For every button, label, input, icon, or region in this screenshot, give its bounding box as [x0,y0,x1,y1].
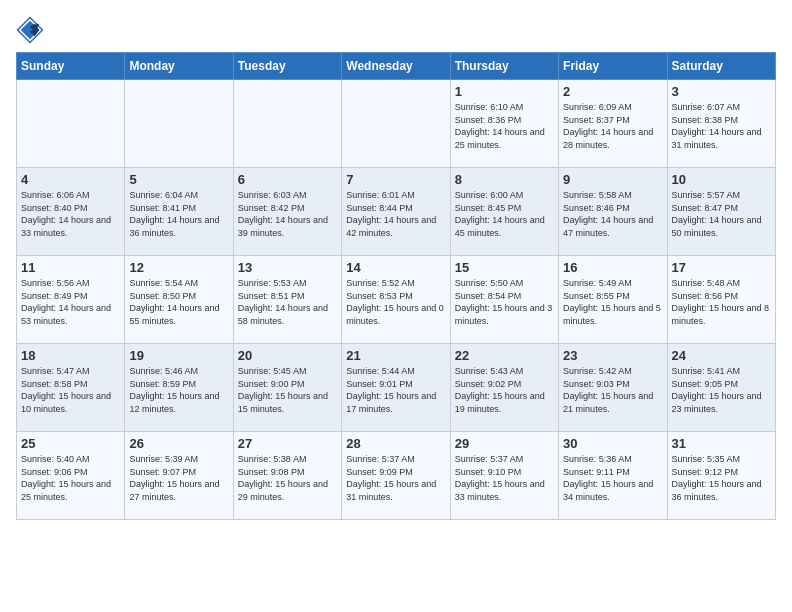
calendar-cell: 18Sunrise: 5:47 AM Sunset: 8:58 PM Dayli… [17,344,125,432]
calendar-cell: 29Sunrise: 5:37 AM Sunset: 9:10 PM Dayli… [450,432,558,520]
calendar-cell: 1Sunrise: 6:10 AM Sunset: 8:36 PM Daylig… [450,80,558,168]
day-info: Sunrise: 5:45 AM Sunset: 9:00 PM Dayligh… [238,365,337,415]
day-info: Sunrise: 5:49 AM Sunset: 8:55 PM Dayligh… [563,277,662,327]
calendar-cell: 17Sunrise: 5:48 AM Sunset: 8:56 PM Dayli… [667,256,775,344]
day-number: 28 [346,436,445,451]
day-info: Sunrise: 6:10 AM Sunset: 8:36 PM Dayligh… [455,101,554,151]
day-number: 14 [346,260,445,275]
day-number: 25 [21,436,120,451]
calendar-cell: 24Sunrise: 5:41 AM Sunset: 9:05 PM Dayli… [667,344,775,432]
day-number: 21 [346,348,445,363]
weekday-header-monday: Monday [125,53,233,80]
calendar-cell: 22Sunrise: 5:43 AM Sunset: 9:02 PM Dayli… [450,344,558,432]
day-number: 17 [672,260,771,275]
day-number: 15 [455,260,554,275]
day-info: Sunrise: 5:58 AM Sunset: 8:46 PM Dayligh… [563,189,662,239]
calendar-cell: 2Sunrise: 6:09 AM Sunset: 8:37 PM Daylig… [559,80,667,168]
day-number: 27 [238,436,337,451]
calendar-container: SundayMondayTuesdayWednesdayThursdayFrid… [0,0,792,530]
calendar-cell: 4Sunrise: 6:06 AM Sunset: 8:40 PM Daylig… [17,168,125,256]
calendar-cell: 23Sunrise: 5:42 AM Sunset: 9:03 PM Dayli… [559,344,667,432]
day-info: Sunrise: 5:46 AM Sunset: 8:59 PM Dayligh… [129,365,228,415]
calendar-cell: 11Sunrise: 5:56 AM Sunset: 8:49 PM Dayli… [17,256,125,344]
day-info: Sunrise: 5:53 AM Sunset: 8:51 PM Dayligh… [238,277,337,327]
day-number: 13 [238,260,337,275]
calendar-cell: 10Sunrise: 5:57 AM Sunset: 8:47 PM Dayli… [667,168,775,256]
day-info: Sunrise: 5:38 AM Sunset: 9:08 PM Dayligh… [238,453,337,503]
day-info: Sunrise: 5:40 AM Sunset: 9:06 PM Dayligh… [21,453,120,503]
weekday-header-friday: Friday [559,53,667,80]
calendar-cell: 21Sunrise: 5:44 AM Sunset: 9:01 PM Dayli… [342,344,450,432]
calendar-cell: 14Sunrise: 5:52 AM Sunset: 8:53 PM Dayli… [342,256,450,344]
day-info: Sunrise: 5:37 AM Sunset: 9:09 PM Dayligh… [346,453,445,503]
day-number: 11 [21,260,120,275]
day-info: Sunrise: 6:04 AM Sunset: 8:41 PM Dayligh… [129,189,228,239]
calendar-cell: 28Sunrise: 5:37 AM Sunset: 9:09 PM Dayli… [342,432,450,520]
calendar-cell: 27Sunrise: 5:38 AM Sunset: 9:08 PM Dayli… [233,432,341,520]
day-info: Sunrise: 5:39 AM Sunset: 9:07 PM Dayligh… [129,453,228,503]
day-number: 22 [455,348,554,363]
calendar-cell: 15Sunrise: 5:50 AM Sunset: 8:54 PM Dayli… [450,256,558,344]
calendar-cell: 7Sunrise: 6:01 AM Sunset: 8:44 PM Daylig… [342,168,450,256]
calendar-week-2: 4Sunrise: 6:06 AM Sunset: 8:40 PM Daylig… [17,168,776,256]
calendar-week-5: 25Sunrise: 5:40 AM Sunset: 9:06 PM Dayli… [17,432,776,520]
day-number: 20 [238,348,337,363]
day-number: 1 [455,84,554,99]
day-info: Sunrise: 6:00 AM Sunset: 8:45 PM Dayligh… [455,189,554,239]
header [16,16,776,44]
calendar-cell: 25Sunrise: 5:40 AM Sunset: 9:06 PM Dayli… [17,432,125,520]
calendar-cell [125,80,233,168]
calendar-cell: 20Sunrise: 5:45 AM Sunset: 9:00 PM Dayli… [233,344,341,432]
calendar-cell: 16Sunrise: 5:49 AM Sunset: 8:55 PM Dayli… [559,256,667,344]
weekday-header-thursday: Thursday [450,53,558,80]
day-number: 5 [129,172,228,187]
day-info: Sunrise: 5:56 AM Sunset: 8:49 PM Dayligh… [21,277,120,327]
calendar-cell: 31Sunrise: 5:35 AM Sunset: 9:12 PM Dayli… [667,432,775,520]
day-info: Sunrise: 5:43 AM Sunset: 9:02 PM Dayligh… [455,365,554,415]
calendar-cell: 13Sunrise: 5:53 AM Sunset: 8:51 PM Dayli… [233,256,341,344]
day-info: Sunrise: 6:01 AM Sunset: 8:44 PM Dayligh… [346,189,445,239]
day-number: 30 [563,436,662,451]
calendar-table: SundayMondayTuesdayWednesdayThursdayFrid… [16,52,776,520]
day-info: Sunrise: 5:35 AM Sunset: 9:12 PM Dayligh… [672,453,771,503]
calendar-cell [17,80,125,168]
day-number: 23 [563,348,662,363]
day-number: 2 [563,84,662,99]
day-info: Sunrise: 5:47 AM Sunset: 8:58 PM Dayligh… [21,365,120,415]
day-number: 16 [563,260,662,275]
day-info: Sunrise: 5:41 AM Sunset: 9:05 PM Dayligh… [672,365,771,415]
weekday-header-sunday: Sunday [17,53,125,80]
calendar-cell: 12Sunrise: 5:54 AM Sunset: 8:50 PM Dayli… [125,256,233,344]
calendar-cell [342,80,450,168]
day-info: Sunrise: 6:06 AM Sunset: 8:40 PM Dayligh… [21,189,120,239]
calendar-cell: 5Sunrise: 6:04 AM Sunset: 8:41 PM Daylig… [125,168,233,256]
day-info: Sunrise: 5:36 AM Sunset: 9:11 PM Dayligh… [563,453,662,503]
calendar-week-4: 18Sunrise: 5:47 AM Sunset: 8:58 PM Dayli… [17,344,776,432]
day-number: 7 [346,172,445,187]
calendar-cell: 9Sunrise: 5:58 AM Sunset: 8:46 PM Daylig… [559,168,667,256]
calendar-header: SundayMondayTuesdayWednesdayThursdayFrid… [17,53,776,80]
day-info: Sunrise: 6:09 AM Sunset: 8:37 PM Dayligh… [563,101,662,151]
logo-icon [16,16,44,44]
weekday-header-wednesday: Wednesday [342,53,450,80]
calendar-cell: 19Sunrise: 5:46 AM Sunset: 8:59 PM Dayli… [125,344,233,432]
logo [16,16,48,44]
day-info: Sunrise: 6:07 AM Sunset: 8:38 PM Dayligh… [672,101,771,151]
day-number: 10 [672,172,771,187]
day-number: 24 [672,348,771,363]
day-info: Sunrise: 5:52 AM Sunset: 8:53 PM Dayligh… [346,277,445,327]
day-info: Sunrise: 6:03 AM Sunset: 8:42 PM Dayligh… [238,189,337,239]
day-number: 3 [672,84,771,99]
day-number: 18 [21,348,120,363]
day-info: Sunrise: 5:37 AM Sunset: 9:10 PM Dayligh… [455,453,554,503]
calendar-week-3: 11Sunrise: 5:56 AM Sunset: 8:49 PM Dayli… [17,256,776,344]
day-info: Sunrise: 5:42 AM Sunset: 9:03 PM Dayligh… [563,365,662,415]
day-info: Sunrise: 5:54 AM Sunset: 8:50 PM Dayligh… [129,277,228,327]
calendar-cell [233,80,341,168]
day-number: 26 [129,436,228,451]
calendar-cell: 8Sunrise: 6:00 AM Sunset: 8:45 PM Daylig… [450,168,558,256]
calendar-body: 1Sunrise: 6:10 AM Sunset: 8:36 PM Daylig… [17,80,776,520]
calendar-cell: 3Sunrise: 6:07 AM Sunset: 8:38 PM Daylig… [667,80,775,168]
weekday-row: SundayMondayTuesdayWednesdayThursdayFrid… [17,53,776,80]
weekday-header-tuesday: Tuesday [233,53,341,80]
